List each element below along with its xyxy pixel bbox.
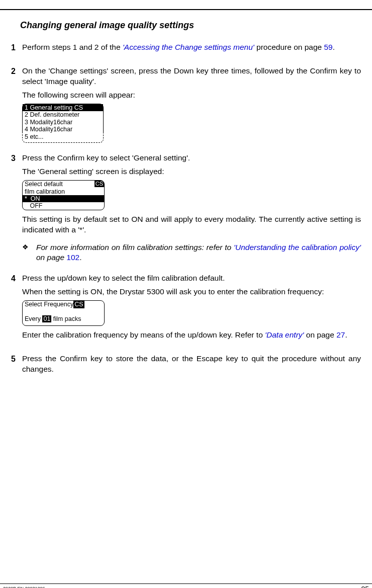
lcd-row: film calibration [23, 188, 104, 195]
lcd-row: Select FrequencyCS [23, 301, 104, 308]
text: For more information on film calibration… [36, 243, 234, 251]
step-num: 1 [11, 42, 22, 56]
diamond-icon: ❖ [22, 242, 36, 264]
text: Press the up/down key to select the film… [22, 273, 361, 284]
text: on page [304, 330, 337, 339]
top-rule [0, 9, 372, 10]
step-2: 2 On the 'Change settings' screen, press… [11, 66, 361, 143]
lcd-screen: Select FrequencyCS Every 01 film packs [22, 300, 105, 326]
text: Enter the calibration frequency by means… [22, 330, 265, 339]
text: . [79, 253, 81, 262]
lcd-row-selected: 1 General setting CS [23, 104, 103, 111]
lcd-row-blank [23, 308, 104, 315]
footer-page-number: 85 [361, 584, 369, 588]
text: Perform steps 1 and 2 of the [22, 43, 123, 51]
link-accessing-menu[interactable]: 'Accessing the Change settings menu' [123, 43, 254, 51]
lcd-row: 2 Def. densitometer [23, 111, 103, 118]
step-body: Press the Confirm key to store the data,… [22, 354, 361, 378]
link-data-entry[interactable]: 'Data entry' [265, 330, 304, 339]
text: . [333, 43, 335, 51]
link-page-27[interactable]: 27 [336, 330, 345, 339]
lcd-row: Every 01 film packs [23, 315, 104, 322]
text: procedure on page [254, 43, 324, 51]
text: Press the Confirm key to store the data,… [22, 354, 361, 375]
link-page-102[interactable]: 102 [66, 253, 79, 262]
text: The following screen will appear: [22, 90, 361, 101]
section-title: Changing general image quality settings [20, 19, 361, 31]
note: ❖ For more information on film calibrati… [22, 242, 361, 264]
lcd-row: OFF [23, 202, 104, 209]
text: When the setting is ON, the Drystar 5300… [22, 287, 361, 297]
step-num: 3 [11, 153, 22, 238]
footer: 2920B EN 20031206 85 [0, 583, 372, 584]
text: On the 'Change settings' screen, press t… [22, 66, 361, 87]
lcd-screen: 1 General setting CS 2 Def. densitometer… [22, 104, 104, 133]
text: This setting is by default set to ON and… [22, 214, 361, 235]
step-5: 5 Press the Confirm key to store the dat… [11, 354, 361, 378]
step-num: 4 [11, 273, 22, 344]
step-body: Press the Confirm key to select 'General… [22, 153, 361, 238]
text: Press the Confirm key to select 'General… [22, 153, 361, 163]
text: . [345, 330, 347, 339]
lcd-row-extra: 5 etc... [22, 133, 104, 143]
lcd-row: CSSelect default [23, 181, 104, 188]
text: on page [36, 253, 66, 262]
step-body: Perform steps 1 and 2 of the 'Accessing … [22, 42, 361, 56]
step-1: 1 Perform steps 1 and 2 of the 'Accessin… [11, 42, 361, 56]
note-body: For more information on film calibration… [36, 242, 361, 264]
step-4: 4 Press the up/down key to select the fi… [11, 273, 361, 344]
link-calibration-policy[interactable]: 'Understanding the calibration policy' [234, 243, 361, 251]
step-num: 2 [11, 66, 22, 143]
footer-doc-id: 2920B EN 20031206 [3, 585, 45, 588]
step-body: Press the up/down key to select the film… [22, 273, 361, 344]
lcd-row-selected: * ON [23, 195, 104, 202]
lcd-screen: CSSelect default film calibration * ON O… [22, 180, 105, 210]
step-3: 3 Press the Confirm key to select 'Gener… [11, 153, 361, 238]
step-body: On the 'Change settings' screen, press t… [22, 66, 361, 143]
step-num: 5 [11, 354, 22, 378]
link-page-59[interactable]: 59 [324, 43, 332, 51]
text: The 'General setting' screen is displaye… [22, 166, 361, 177]
lcd-row: 3 Modality16char [23, 119, 103, 126]
lcd-row: 4 Modality16char [23, 126, 103, 133]
